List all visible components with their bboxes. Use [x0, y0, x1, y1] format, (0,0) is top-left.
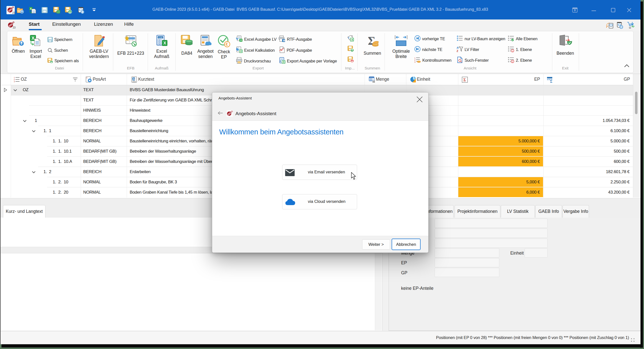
svg-text:#: # [280, 60, 282, 63]
svg-text:€: € [348, 36, 349, 39]
svg-text:2: 2 [512, 60, 513, 63]
svg-text:*: * [86, 77, 88, 80]
svg-text:A: A [133, 78, 135, 80]
svg-text:0.00: 0.00 [158, 36, 162, 39]
svg-text:23: 23 [12, 12, 15, 14]
svg-text:Z: Z [456, 50, 458, 52]
svg-text:3: 3 [414, 61, 416, 63]
svg-text:W: W [283, 39, 286, 42]
svg-text:Σ: Σ [463, 78, 466, 82]
svg-text:A: A [280, 48, 282, 51]
svg-text:X: X [351, 38, 353, 41]
svg-text:1: 1 [512, 50, 513, 52]
svg-text:€: € [226, 42, 228, 46]
svg-text:X: X [240, 39, 242, 42]
svg-text:Σ: Σ [550, 80, 552, 83]
svg-text:X: X [283, 61, 285, 64]
svg-text:X: X [164, 41, 166, 45]
svg-text:X: X [32, 36, 34, 41]
svg-text:3: 3 [14, 80, 15, 83]
svg-text:23: 23 [13, 26, 16, 29]
svg-text:X: X [240, 50, 242, 53]
svg-text:A: A [456, 46, 458, 49]
